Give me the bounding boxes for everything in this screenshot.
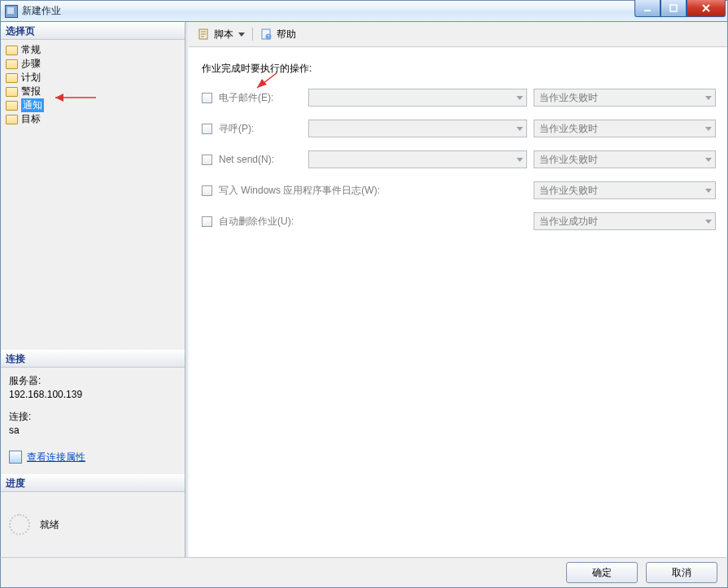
row-eventlog: 写入 Windows 应用程序事件日志(W): 当作业失败时 — [200, 180, 716, 201]
cancel-button[interactable]: 取消 — [646, 562, 717, 583]
netsend-label: Net send(N): — [219, 154, 308, 165]
ok-label: 确定 — [592, 566, 612, 580]
connection-header: 连接 — [1, 350, 185, 368]
properties-icon — [9, 451, 22, 464]
nav-item-targets[interactable]: 目标 — [1, 112, 185, 126]
left-pane: 选择页 常规 步骤 计划 警报 通知 — [1, 22, 185, 557]
progress-panel: 就绪 — [1, 492, 185, 557]
dialog-body: 选择页 常规 步骤 计划 警报 通知 — [0, 22, 728, 557]
email-operator-combo[interactable] — [308, 89, 527, 107]
autodelete-label: 自动删除作业(U): — [219, 215, 534, 229]
combo-value: 当作业失败时 — [539, 122, 598, 136]
email-label: 电子邮件(E): — [219, 91, 308, 105]
chevron-down-icon — [701, 89, 715, 106]
progress-status: 就绪 — [40, 518, 59, 532]
cancel-label: 取消 — [672, 566, 691, 580]
page-icon — [6, 72, 18, 83]
page-icon — [6, 45, 18, 55]
pager-checkbox[interactable] — [202, 124, 212, 134]
page-icon — [6, 100, 18, 111]
nav-label: 常规 — [21, 43, 41, 57]
link-text: 查看连接属性 — [27, 451, 85, 464]
chevron-down-icon — [238, 33, 245, 37]
nav-label: 步骤 — [21, 57, 41, 71]
netsend-checkbox[interactable] — [202, 155, 212, 165]
pager-condition-combo[interactable]: 当作业失败时 — [534, 120, 716, 137]
nav-label: 警报 — [21, 85, 41, 98]
eventlog-checkbox[interactable] — [202, 185, 212, 196]
script-label: 脚本 — [214, 28, 233, 41]
chevron-down-icon — [512, 89, 526, 106]
svg-rect-1 — [670, 5, 677, 11]
eventlog-label: 写入 Windows 应用程序事件日志(W): — [219, 184, 534, 198]
nav-item-schedules[interactable]: 计划 — [1, 71, 185, 85]
page-nav: 常规 步骤 计划 警报 通知 目标 — [1, 40, 185, 129]
chevron-down-icon — [512, 151, 526, 168]
server-value: 192.168.100.139 — [9, 388, 177, 402]
nav-item-general[interactable]: 常规 — [1, 43, 185, 57]
title-bar: 新建作业 — [0, 0, 728, 22]
row-email: 电子邮件(E): 当作业失败时 — [200, 87, 716, 108]
toolbar: 脚本 ? 帮助 — [189, 22, 727, 47]
pager-operator-combo[interactable] — [308, 120, 527, 137]
chevron-down-icon — [512, 120, 526, 137]
autodelete-checkbox[interactable] — [202, 216, 212, 227]
close-button[interactable] — [687, 0, 726, 17]
progress-header: 进度 — [1, 474, 185, 492]
email-checkbox[interactable] — [202, 93, 212, 103]
combo-value: 当作业失败时 — [539, 91, 598, 105]
window-title: 新建作业 — [22, 4, 61, 18]
svg-rect-0 — [644, 10, 651, 11]
progress-spinner-icon — [9, 514, 30, 535]
combo-value: 当作业成功时 — [539, 215, 598, 229]
maximize-button[interactable] — [660, 0, 687, 17]
nav-label: 目标 — [21, 112, 41, 126]
window-controls — [634, 0, 726, 17]
netsend-operator-combo[interactable] — [308, 150, 527, 168]
toolbar-separator — [252, 28, 253, 41]
chevron-down-icon — [701, 213, 715, 229]
pager-label: 寻呼(P): — [219, 122, 308, 136]
page-icon — [6, 86, 18, 97]
connection-label: 连接: — [9, 410, 177, 424]
nav-item-alerts[interactable]: 警报 — [1, 85, 185, 98]
row-netsend: Net send(N): 当作业失败时 — [200, 149, 716, 170]
server-label: 服务器: — [9, 374, 177, 388]
select-page-header: 选择页 — [1, 22, 185, 40]
help-button[interactable]: ? 帮助 — [258, 27, 299, 42]
view-connection-properties-link[interactable]: 查看连接属性 — [9, 451, 85, 464]
row-autodelete: 自动删除作业(U): 当作业成功时 — [200, 211, 716, 232]
combo-value: 当作业失败时 — [539, 184, 598, 198]
filler — [1, 129, 185, 350]
app-icon — [5, 5, 18, 18]
notifications-form: 作业完成时要执行的操作: 电子邮件(E): 当作业失败时 寻呼(P): 当作业失… — [189, 47, 727, 557]
email-condition-combo[interactable]: 当作业失败时 — [534, 89, 716, 107]
help-icon: ? — [260, 28, 273, 41]
autodelete-condition-combo[interactable]: 当作业成功时 — [534, 212, 716, 230]
svg-text:?: ? — [268, 34, 270, 39]
page-icon — [6, 114, 18, 124]
help-label: 帮助 — [277, 28, 296, 41]
combo-value: 当作业失败时 — [539, 153, 598, 167]
script-button[interactable]: 脚本 — [195, 27, 247, 42]
ok-button[interactable]: 确定 — [566, 562, 638, 583]
row-pager: 寻呼(P): 当作业失败时 — [200, 118, 716, 139]
chevron-down-icon — [701, 151, 715, 168]
page-icon — [6, 59, 18, 69]
connection-value: sa — [9, 424, 177, 438]
eventlog-condition-combo[interactable]: 当作业失败时 — [534, 181, 716, 199]
script-icon — [198, 28, 211, 41]
nav-item-steps[interactable]: 步骤 — [1, 57, 185, 71]
netsend-condition-combo[interactable]: 当作业失败时 — [534, 150, 716, 168]
dialog-footer: 确定 取消 — [0, 557, 728, 588]
chevron-down-icon — [701, 182, 715, 198]
nav-label: 计划 — [21, 71, 41, 85]
connection-panel: 服务器: 192.168.100.139 连接: sa 查看连接属性 — [1, 368, 185, 475]
nav-item-notifications[interactable]: 通知 — [1, 98, 185, 112]
right-pane: 脚本 ? 帮助 作业完成时要执行的操作: 电子邮件(E): 当作业失败时 寻呼(… — [189, 22, 727, 557]
nav-label: 通知 — [21, 98, 44, 112]
form-heading: 作业完成时要执行的操作: — [202, 62, 716, 76]
minimize-button[interactable] — [634, 0, 660, 17]
chevron-down-icon — [701, 120, 715, 137]
